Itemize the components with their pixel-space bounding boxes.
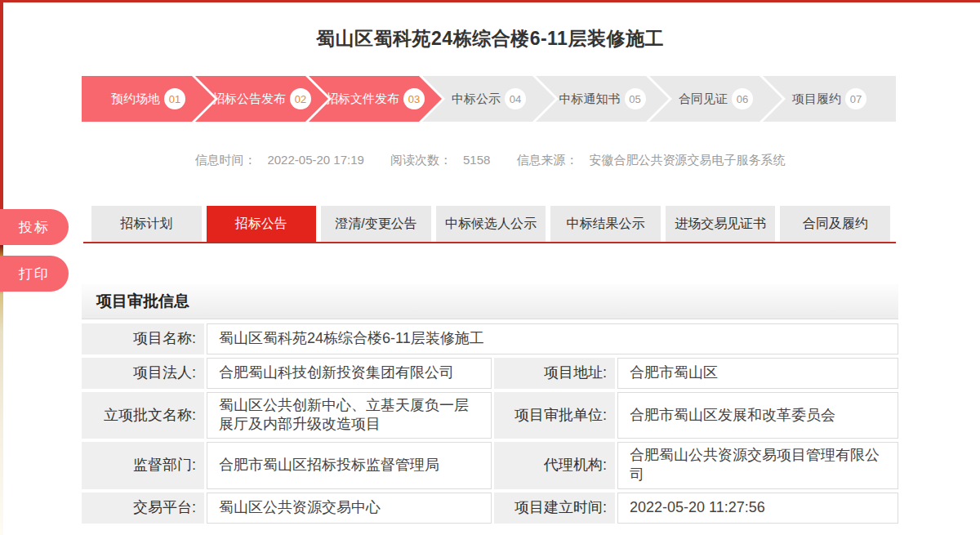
row-value: 合肥市蜀山区发展和改革委员会: [617, 392, 898, 439]
step-number-badge: 06: [732, 88, 753, 109]
section-title: 项目审批信息: [96, 291, 189, 312]
tab-tender-plan[interactable]: 招标计划: [91, 206, 202, 242]
tab-clarification-change[interactable]: 澄清/变更公告: [321, 206, 431, 242]
info-views-label: 阅读次数：: [390, 153, 452, 167]
row-value: 蜀山区公共资源交易中心: [207, 493, 492, 524]
row-value: 合肥蜀山科技创新投资集团有限公司: [207, 358, 492, 389]
project-approval-table: 项目名称: 蜀山区蜀科苑24栋综合楼6-11层装修施工 项目法人: 合肥蜀山科技…: [82, 323, 898, 527]
step-number-badge: 07: [845, 88, 866, 109]
table-row: 交易平台: 蜀山区公共资源交易中心 项目建立时间: 2022-05-20 11:…: [82, 493, 898, 524]
row-value: 蜀山区蜀科苑24栋综合楼6-11层装修施工: [207, 323, 898, 354]
step-reserve-venue[interactable]: 预约场地 01: [82, 76, 215, 122]
row-label: 项目建立时间:: [494, 493, 615, 524]
bid-button[interactable]: 投标: [0, 209, 69, 245]
print-button[interactable]: 打印: [0, 256, 69, 292]
step-number-badge: 05: [625, 88, 646, 109]
row-label: 项目审批单位:: [494, 392, 615, 439]
row-label: 项目地址:: [494, 358, 615, 389]
tab-bar: 招标计划 招标公告 澄清/变更公告 中标候选人公示 中标结果公示 进场交易见证书…: [91, 206, 890, 242]
info-time-value: 2022-05-20 17:19: [267, 153, 363, 167]
row-label: 立项批文名称:: [82, 392, 204, 439]
step-tender-announcement[interactable]: 招标公告发布 02: [195, 76, 328, 122]
row-value: 2022-05-20 11:27:56: [617, 493, 898, 524]
table-row: 监督部门: 合肥市蜀山区招标投标监督管理局 代理机构: 合肥蜀山公共资源交易项目…: [82, 442, 898, 489]
info-time-label: 信息时间：: [194, 153, 256, 167]
step-label: 招标文件发布: [326, 91, 399, 107]
step-number-badge: 02: [290, 88, 311, 109]
step-label: 招标公告发布: [212, 91, 286, 107]
tab-result-publicity[interactable]: 中标结果公示: [550, 206, 661, 242]
step-label: 中标通知书: [559, 91, 621, 107]
row-label: 监督部门:: [82, 442, 204, 489]
step-contract-witness[interactable]: 合同见证 06: [649, 76, 782, 122]
tab-entry-certificate[interactable]: 进场交易见证书: [666, 206, 776, 242]
tab-contract-performance[interactable]: 合同及履约: [780, 206, 890, 242]
step-project-performance[interactable]: 项目履约 07: [763, 76, 896, 122]
step-number-badge: 01: [164, 88, 185, 109]
step-award-notice[interactable]: 中标通知书 05: [536, 76, 669, 122]
row-label: 代理机构:: [494, 442, 615, 489]
step-label: 项目履约: [792, 91, 841, 107]
row-value: 蜀山区公共创新中心、立基天厦负一层展厅及内部升级改造项目: [207, 392, 492, 439]
step-number-badge: 04: [505, 88, 526, 109]
info-views-value: 5158: [463, 153, 490, 167]
step-label: 合同见证: [679, 91, 728, 107]
step-label: 中标公示: [452, 91, 501, 107]
step-winner-publicity[interactable]: 中标公示 04: [422, 76, 555, 122]
section-header-project-approval: 项目审批信息: [82, 284, 898, 319]
info-meta-line: 信息时间：2022-05-20 17:19 阅读次数：5158 信息来源：安徽合…: [0, 153, 980, 168]
table-row: 项目法人: 合肥蜀山科技创新投资集团有限公司 项目地址: 合肥市蜀山区: [82, 358, 898, 389]
tabs-red-underline: [83, 242, 896, 243]
step-label: 预约场地: [111, 91, 160, 107]
row-value: 合肥市蜀山区招标投标监督管理局: [207, 442, 492, 489]
info-source-value: 安徽合肥公共资源交易电子服务系统: [590, 153, 786, 167]
step-tender-documents[interactable]: 招标文件发布 03: [309, 76, 442, 122]
table-row: 立项批文名称: 蜀山区公共创新中心、立基天厦负一层展厅及内部升级改造项目 项目审…: [82, 392, 898, 439]
tab-candidate-publicity[interactable]: 中标候选人公示: [436, 206, 546, 242]
step-number-badge: 03: [403, 88, 425, 109]
page: 蜀山区蜀科苑24栋综合楼6-11层装修施工 预约场地 01 招标公告发布 02 …: [0, 0, 980, 535]
progress-steps: 预约场地 01 招标公告发布 02 招标文件发布 03 中标公示 04 中标通知…: [82, 76, 896, 122]
row-label: 项目名称:: [82, 323, 204, 354]
table-row: 项目名称: 蜀山区蜀科苑24栋综合楼6-11层装修施工: [82, 323, 898, 354]
page-title: 蜀山区蜀科苑24栋综合楼6-11层装修施工: [0, 26, 980, 51]
row-value: 合肥蜀山公共资源交易项目管理有限公司: [617, 442, 898, 489]
info-source-label: 信息来源：: [517, 153, 578, 167]
row-label: 交易平台:: [82, 493, 204, 524]
row-label: 项目法人:: [82, 358, 204, 389]
row-value: 合肥市蜀山区: [617, 358, 898, 389]
top-red-bar: [0, 0, 980, 2]
tab-tender-announcement[interactable]: 招标公告: [207, 206, 317, 242]
